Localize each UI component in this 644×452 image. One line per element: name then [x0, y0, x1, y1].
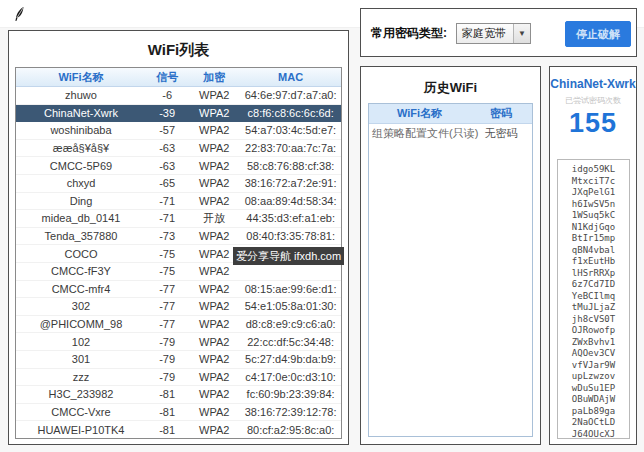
history-table[interactable]: WiFi名称密码 组策略配置文件(只读)无密码: [368, 103, 533, 437]
table-row[interactable]: Ding-71WPA208:aa:89:4d:58:34:: [16, 193, 341, 211]
table-cell: -77: [146, 298, 188, 315]
table-cell: WPA2: [188, 281, 240, 298]
table-row[interactable]: zhuwo-6WPA264:6e:97:d7:a7:a0:: [16, 87, 341, 105]
table-cell: ææå§¥å§¥: [16, 140, 146, 157]
table-cell: 44:35:d3:ef:a1:eb:: [240, 210, 341, 227]
attempts-count: 155: [550, 108, 636, 139]
table-cell: 开放: [188, 210, 240, 227]
table-cell: ChinaNet-Xwrk: [16, 105, 146, 122]
list-item: jh8cVS0T: [558, 314, 629, 326]
list-item: AQOev3CV: [558, 348, 629, 360]
wifi-table-header: WiFi名称信号加密MAC: [16, 68, 341, 87]
table-cell: 58:c8:76:88:cf:38:: [240, 157, 341, 174]
table-cell: WPA2: [188, 140, 240, 157]
list-item: YeBCIlmq: [558, 291, 629, 303]
list-item: MtxciT7c: [558, 176, 629, 188]
table-cell: CMCC-mfr4: [16, 281, 146, 298]
list-item: f1xEutHb: [558, 256, 629, 268]
table-cell: -73: [146, 228, 188, 245]
table-cell: WPA2: [188, 421, 240, 438]
table-cell: -79: [146, 351, 188, 368]
table-cell: 22:83:70:aa:7c:7a:: [240, 140, 341, 157]
table-row[interactable]: zzz-79WPA2c4:17:0e:0c:d3:10:: [16, 369, 341, 387]
column-header[interactable]: MAC: [240, 68, 341, 86]
table-row[interactable]: HUAWEI-P10TK4-81WPA280:cf:a2:95:8c:a0:: [16, 421, 341, 439]
table-cell: -63: [146, 140, 188, 157]
list-item: paLb89ga: [558, 406, 629, 418]
table-cell: WPA2: [188, 157, 240, 174]
table-cell: -65: [146, 175, 188, 192]
table-cell: -81: [146, 421, 188, 438]
table-cell: 54:a7:03:4c:5d:e7:: [240, 122, 341, 139]
table-cell: -63: [146, 157, 188, 174]
table-cell: -39: [146, 105, 188, 122]
table-cell: midea_db_0141: [16, 210, 146, 227]
table-cell: COCO: [16, 245, 146, 262]
table-cell: WPA2: [188, 316, 240, 333]
chevron-down-icon[interactable]: ▼: [513, 24, 530, 43]
table-row[interactable]: Tenda_357880-73WPA208:40:f3:35:78:81:: [16, 228, 341, 246]
column-header[interactable]: 加密: [188, 68, 240, 86]
password-type-value: 家庭宽带: [457, 26, 513, 41]
table-row[interactable]: chxyd-65WPA238:16:72:a7:2e:91:: [16, 175, 341, 193]
table-cell: Tenda_357880: [16, 228, 146, 245]
table-row[interactable]: 302-77WPA254:e1:05:8a:01:30:: [16, 298, 341, 316]
password-type-select[interactable]: 家庭宽带 ▼: [456, 23, 531, 44]
table-cell: WPA2: [188, 351, 240, 368]
table-row[interactable]: 301-79WPA25c:27:d4:9b:da:b9:: [16, 351, 341, 369]
table-cell: -75: [146, 245, 188, 262]
table-cell: chxyd: [16, 175, 146, 192]
table-cell: -79: [146, 333, 188, 350]
table-cell: -71: [146, 210, 188, 227]
table-cell: -77: [146, 281, 188, 298]
table-row[interactable]: ChinaNet-Xwrk-39WPA2c8:f6:c8:6c:6c:6d:: [16, 105, 341, 123]
history-table-body: 组策略配置文件(只读)无密码: [369, 124, 532, 143]
table-row[interactable]: CMCC-mfr4-77WPA208:15:ae:99:6e:d1:: [16, 281, 341, 299]
table-row[interactable]: 组策略配置文件(只读)无密码: [369, 124, 532, 143]
table-cell: WPA2: [188, 87, 240, 104]
list-item: ZWxBvhv1: [558, 337, 629, 349]
table-cell: zhuwo: [16, 87, 146, 104]
table-cell: WPA2: [188, 228, 240, 245]
table-cell: 54:e1:05:8a:01:30:: [240, 298, 341, 315]
column-header[interactable]: WiFi名称: [369, 104, 470, 123]
tried-passwords-list[interactable]: idgo59KLMtxciT7cJXqPelG1h6IwSV5n1WSuq5kC…: [557, 159, 630, 439]
table-row[interactable]: H3C_233982-81WPA2fc:60:9b:23:39:84:: [16, 386, 341, 404]
table-cell: c8:f6:c8:6c:6c:6d:: [240, 105, 341, 122]
column-header[interactable]: 信号: [146, 68, 188, 86]
wifi-list-title: WiFi列表: [9, 41, 348, 60]
table-cell: -71: [146, 193, 188, 210]
stop-crack-button[interactable]: 停止破解: [565, 21, 631, 47]
table-cell: WPA2: [188, 122, 240, 139]
list-item: J64OUcXJ: [558, 429, 629, 440]
table-row[interactable]: CMCC-5P69-63WPA258:c8:76:88:cf:38:: [16, 157, 341, 175]
table-row[interactable]: @PHICOMM_98-77WPA2d8:c8:e9:c9:c6:a0:: [16, 316, 341, 334]
crack-target-name: ChinaNet-Xwrk: [550, 77, 636, 91]
table-cell: -77: [146, 316, 188, 333]
column-header[interactable]: WiFi名称: [16, 68, 146, 86]
table-row[interactable]: CMCC-Vxre-81WPA238:16:72:39:12:78:: [16, 404, 341, 422]
table-cell: woshinibaba: [16, 122, 146, 139]
table-cell: 08:aa:89:4d:58:34:: [240, 193, 341, 210]
password-type-label: 常用密码类型:: [371, 25, 447, 42]
table-cell: -81: [146, 404, 188, 421]
table-cell: WPA2: [188, 333, 240, 350]
table-cell: WPA2: [188, 386, 240, 403]
list-item: 6z7Cd7ID: [558, 279, 629, 291]
history-wifi-panel: 历史WiFi WiFi名称密码 组策略配置文件(只读)无密码: [360, 66, 541, 445]
list-item: JXqPelG1: [558, 187, 629, 199]
table-cell: -6: [146, 87, 188, 104]
table-cell: d8:c8:e9:c9:c6:a0:: [240, 316, 341, 333]
table-row[interactable]: ææå§¥å§¥-63WPA222:83:70:aa:7c:7a:: [16, 140, 341, 158]
password-type-panel: 常用密码类型: 家庭宽带 ▼ 停止破解: [360, 8, 637, 57]
table-row[interactable]: midea_db_0141-71开放44:35:d3:ef:a1:eb:: [16, 210, 341, 228]
table-row[interactable]: woshinibaba-57WPA254:a7:03:4c:5d:e7:: [16, 122, 341, 140]
table-cell: 22:cc:df:5c:34:48:: [240, 333, 341, 350]
table-row[interactable]: CMCC-fF3Y-75WPA2: [16, 263, 341, 281]
table-cell: 08:40:f3:35:78:81:: [240, 228, 341, 245]
table-row[interactable]: 102-79WPA222:cc:df:5c:34:48:: [16, 333, 341, 351]
column-header[interactable]: 密码: [470, 104, 532, 123]
table-cell: -81: [146, 386, 188, 403]
table-cell: 组策略配置文件(只读): [369, 124, 470, 143]
table-cell: H3C_233982: [16, 386, 146, 403]
